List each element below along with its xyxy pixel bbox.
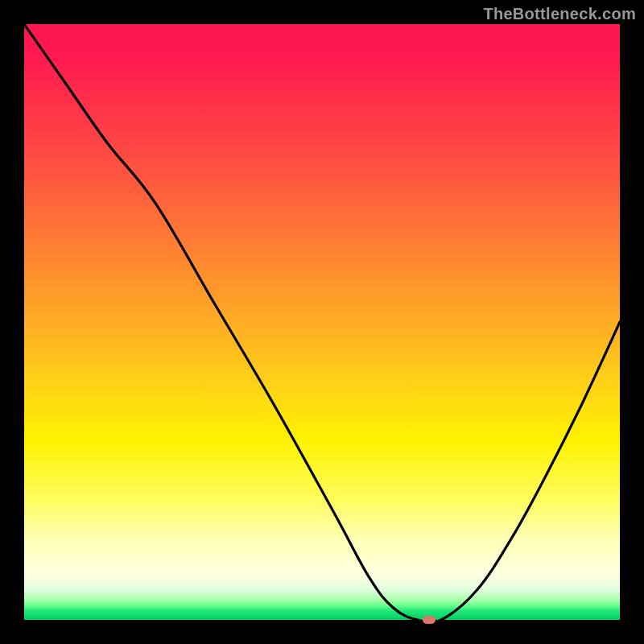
optimal-point-marker	[423, 616, 436, 624]
chart-frame: TheBottleneck.com	[0, 0, 644, 644]
watermark-text: TheBottleneck.com	[483, 5, 636, 23]
plot-area	[24, 24, 620, 620]
curve-svg	[24, 24, 620, 620]
bottleneck-curve-path	[24, 24, 620, 620]
